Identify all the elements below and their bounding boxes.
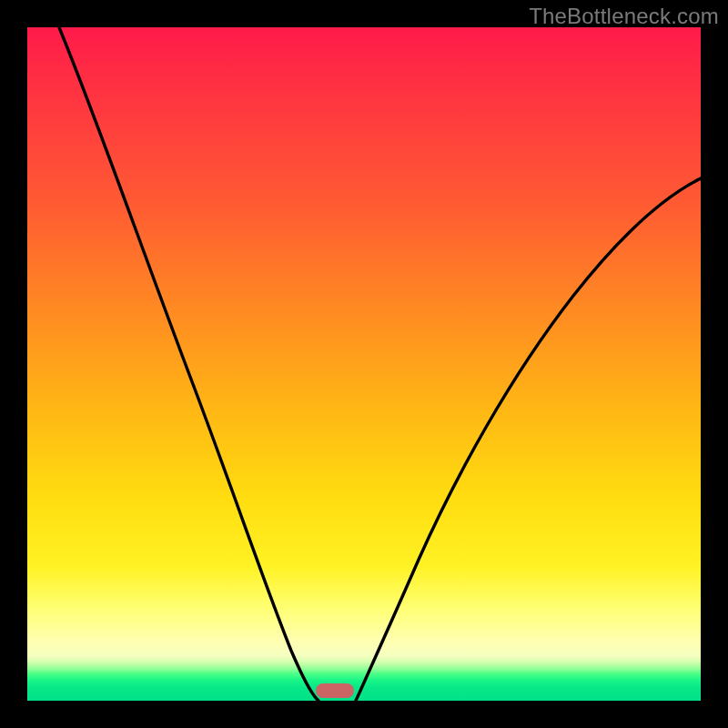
bottom-marker	[316, 683, 354, 698]
curves-layer	[27, 27, 701, 701]
plot-area	[27, 27, 701, 701]
right-curve	[356, 178, 701, 701]
left-curve	[59, 27, 318, 701]
chart-frame: TheBottleneck.com	[0, 0, 728, 728]
watermark-text: TheBottleneck.com	[529, 4, 719, 29]
